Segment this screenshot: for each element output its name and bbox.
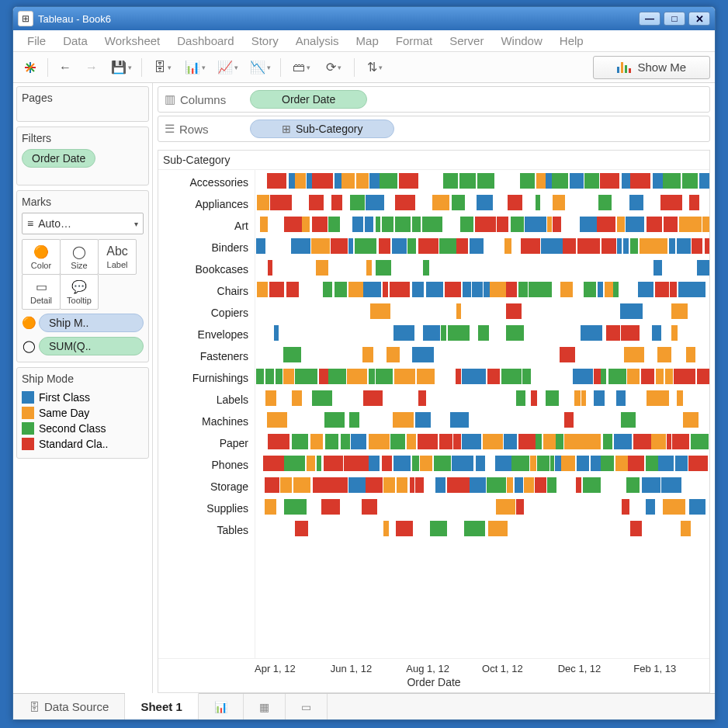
marks-label[interactable]: AbcLabel xyxy=(98,239,137,275)
gantt-mark[interactable] xyxy=(311,238,330,254)
gantt-mark[interactable] xyxy=(393,325,415,341)
gantt-mark[interactable] xyxy=(328,217,340,232)
gantt-mark[interactable] xyxy=(663,173,681,189)
gantt-mark[interactable] xyxy=(462,369,473,384)
gantt-mark[interactable] xyxy=(313,477,330,493)
gantt-mark[interactable] xyxy=(686,347,695,362)
gantt-mark[interactable] xyxy=(376,217,380,232)
gantt-mark[interactable] xyxy=(463,282,471,297)
gantt-mark[interactable] xyxy=(341,434,350,449)
gantt-mark[interactable] xyxy=(522,369,531,384)
gantt-mark[interactable] xyxy=(443,173,458,189)
rows-pill-sub-category[interactable]: ⊞Sub-Category xyxy=(250,120,394,138)
gantt-mark[interactable] xyxy=(412,282,424,297)
gantt-mark[interactable] xyxy=(657,347,671,362)
gantt-mark[interactable] xyxy=(274,325,279,341)
gantt-mark[interactable] xyxy=(435,477,445,493)
gantt-mark[interactable] xyxy=(407,238,416,254)
gantt-mark[interactable] xyxy=(260,217,268,232)
gantt-mark[interactable] xyxy=(630,238,638,254)
gantt-mark[interactable] xyxy=(511,217,524,232)
gantt-mark[interactable] xyxy=(640,238,658,254)
gantt-mark[interactable] xyxy=(594,369,601,384)
gantt-mark[interactable] xyxy=(622,173,630,189)
gantt-mark[interactable] xyxy=(681,521,691,536)
gantt-mark[interactable] xyxy=(292,434,308,449)
gantt-mark[interactable] xyxy=(352,217,363,232)
refresh-icon[interactable]: ⟳ xyxy=(318,56,349,79)
gantt-mark[interactable] xyxy=(477,173,494,189)
gantt-mark[interactable] xyxy=(553,195,565,210)
gantt-mark[interactable] xyxy=(328,369,346,384)
menu-map[interactable]: Map xyxy=(348,32,387,50)
gantt-mark[interactable] xyxy=(286,282,299,297)
gantt-mark[interactable] xyxy=(441,325,446,341)
tab-data-source[interactable]: 🗄Data Source xyxy=(13,694,125,719)
gantt-mark[interactable] xyxy=(614,434,632,449)
gantt-mark[interactable] xyxy=(653,260,662,276)
minimize-button[interactable]: — xyxy=(639,12,660,26)
menu-dashboard[interactable]: Dashboard xyxy=(169,32,241,50)
marks-pill-sum-quantity[interactable]: SUM(Q.. xyxy=(39,337,144,355)
gantt-mark[interactable] xyxy=(422,217,442,232)
gantt-mark[interactable] xyxy=(256,369,264,384)
gantt-mark[interactable] xyxy=(642,477,660,493)
gantt-mark[interactable] xyxy=(626,477,640,493)
gantt-mark[interactable] xyxy=(348,238,353,254)
gantt-mark[interactable] xyxy=(351,434,366,449)
gantt-mark[interactable] xyxy=(504,434,518,449)
gantt-mark[interactable] xyxy=(629,195,644,210)
gantt-mark[interactable] xyxy=(395,195,416,210)
gantt-mark[interactable] xyxy=(412,217,421,232)
gantt-mark[interactable] xyxy=(312,217,328,232)
gantt-mark[interactable] xyxy=(598,195,612,210)
gantt-mark[interactable] xyxy=(603,434,612,449)
gantt-mark[interactable] xyxy=(376,369,393,384)
gantt-mark[interactable] xyxy=(667,434,671,449)
gantt-mark[interactable] xyxy=(671,325,678,341)
gantt-mark[interactable] xyxy=(683,412,699,428)
gantt-mark[interactable] xyxy=(295,173,306,189)
gantt-mark[interactable] xyxy=(641,369,653,384)
gantt-mark[interactable] xyxy=(577,238,600,254)
gantt-mark[interactable] xyxy=(598,282,603,297)
gantt-mark[interactable] xyxy=(682,173,698,189)
gantt-mark[interactable] xyxy=(511,456,529,471)
gantt-mark[interactable] xyxy=(583,477,601,493)
gantt-mark[interactable] xyxy=(655,282,668,297)
gantt-mark[interactable] xyxy=(564,412,574,428)
gantt-mark[interactable] xyxy=(335,173,341,189)
swap-icon[interactable]: 🗃 xyxy=(286,56,317,79)
gantt-mark[interactable] xyxy=(393,412,414,428)
menu-file[interactable]: File xyxy=(19,32,54,50)
gantt-mark[interactable] xyxy=(453,434,461,449)
legend-item[interactable]: First Class xyxy=(22,390,144,405)
gantt-mark[interactable] xyxy=(319,369,328,384)
menu-data[interactable]: Data xyxy=(55,32,95,50)
gantt-mark[interactable] xyxy=(581,390,586,406)
gantt-mark[interactable] xyxy=(617,238,622,254)
gantt-mark[interactable] xyxy=(616,390,626,406)
gantt-mark[interactable] xyxy=(265,477,280,493)
gantt-mark[interactable] xyxy=(584,173,599,189)
gantt-mark[interactable] xyxy=(529,282,551,297)
gantt-mark[interactable] xyxy=(456,303,461,319)
gantt-mark[interactable] xyxy=(487,369,500,384)
gantt-mark[interactable] xyxy=(520,173,536,189)
gantt-mark[interactable] xyxy=(383,282,388,297)
gantt-mark[interactable] xyxy=(365,217,374,232)
gantt-mark[interactable] xyxy=(560,282,573,297)
gantt-mark[interactable] xyxy=(483,434,503,449)
gantt-mark[interactable] xyxy=(677,390,683,406)
gantt-mark[interactable] xyxy=(518,434,536,449)
gantt-mark[interactable] xyxy=(276,369,283,384)
gantt-mark[interactable] xyxy=(417,369,435,384)
gantt-mark[interactable] xyxy=(475,217,496,232)
gantt-mark[interactable] xyxy=(553,217,561,232)
gantt-mark[interactable] xyxy=(356,173,369,189)
gantt-mark[interactable] xyxy=(418,434,438,449)
rows-shelf[interactable]: ☰Rows ⊞Sub-Category xyxy=(158,116,710,142)
gantt-mark[interactable] xyxy=(556,434,563,449)
gantt-mark[interactable] xyxy=(412,456,419,471)
gantt-mark[interactable] xyxy=(341,173,355,189)
